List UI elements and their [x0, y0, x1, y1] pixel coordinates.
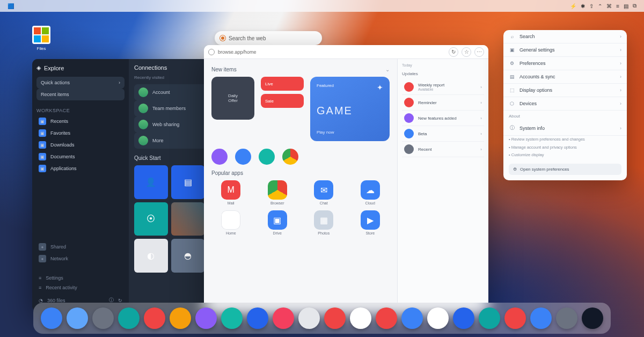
- dock-app-icon[interactable]: [92, 307, 114, 329]
- update-item[interactable]: Beta›: [402, 126, 484, 142]
- app-launcher-item[interactable]: ⌂Home: [211, 210, 251, 235]
- dock-app-icon[interactable]: [118, 307, 140, 329]
- address-bar[interactable]: browse.app/home ↻ ☆ ⋯: [204, 45, 488, 59]
- app-launcher-item[interactable]: ▣Drive: [258, 210, 297, 235]
- dock-app-icon[interactable]: [41, 307, 62, 329]
- dock-app-icon[interactable]: [376, 307, 397, 329]
- status-icon[interactable]: ✱: [581, 3, 585, 9]
- dock-app-icon[interactable]: [221, 307, 243, 329]
- tile[interactable]: ◐: [134, 239, 168, 273]
- chevron-right-icon: ›: [480, 116, 482, 121]
- tile[interactable]: ◓: [171, 239, 205, 273]
- settings-row[interactable]: ▤Accounts & sync›: [503, 70, 627, 84]
- sidebar-pill[interactable]: Recent items: [36, 89, 125, 100]
- promo-card[interactable]: Daily Offer: [211, 77, 254, 120]
- dock-app-icon[interactable]: [298, 307, 320, 329]
- sidebar-item[interactable]: ●Shared: [36, 241, 125, 253]
- chevron-right-icon: ›: [620, 101, 621, 106]
- dock-app-icon[interactable]: [401, 307, 423, 329]
- menu-icon[interactable]: ⋯: [474, 47, 484, 57]
- dock-app-icon[interactable]: [479, 307, 500, 329]
- dock-app-icon[interactable]: [195, 307, 217, 329]
- status-icon[interactable]: ▤: [624, 3, 628, 9]
- status-icon[interactable]: ⌘: [606, 3, 612, 9]
- app-launcher-item[interactable]: ▶Store: [351, 210, 390, 235]
- settings-row[interactable]: ⬚Display options›: [503, 84, 627, 97]
- chevron-down-icon[interactable]: ⌄: [385, 67, 390, 72]
- dock-app-icon[interactable]: [67, 307, 88, 329]
- sidebar-item[interactable]: ▣Downloads: [36, 139, 125, 151]
- settings-row[interactable]: ⌕Search›: [503, 30, 627, 43]
- tile[interactable]: ⦿: [134, 202, 168, 236]
- settings-row[interactable]: ⓘ System info ›: [503, 121, 627, 136]
- settings-row-icon: ▤: [509, 74, 515, 79]
- update-title: Recent: [418, 147, 431, 152]
- category-icon[interactable]: [235, 149, 251, 165]
- sidebar-item[interactable]: ●Network: [36, 253, 125, 265]
- sidebar-item-label: Recent activity: [46, 285, 77, 290]
- bookmark-icon[interactable]: ☆: [462, 47, 471, 57]
- status-icon[interactable]: ≡: [616, 3, 619, 9]
- refresh-icon[interactable]: ↻: [449, 47, 458, 57]
- sidebar-item[interactable]: ▣Documents: [36, 151, 125, 163]
- category-icon[interactable]: [259, 149, 275, 165]
- app-launcher-item[interactable]: ☁Cloud: [351, 180, 390, 205]
- avatar-icon: [138, 87, 148, 97]
- folder-icon: ▣: [39, 153, 46, 160]
- dock-app-icon[interactable]: [273, 307, 294, 329]
- update-item[interactable]: Reminder›: [402, 95, 484, 111]
- settings-panel: ⌕Search›▣General settings›⚙Preferences›▤…: [503, 30, 627, 180]
- list-icon: ≡: [39, 275, 41, 281]
- dock-app-icon[interactable]: [324, 307, 346, 329]
- app-launcher-item[interactable]: ✉Chat: [304, 180, 343, 205]
- app-launcher-item[interactable]: Browser: [258, 180, 297, 205]
- update-item[interactable]: New features added›: [402, 111, 484, 126]
- update-item[interactable]: Recent›: [402, 142, 484, 157]
- sidebar-item[interactable]: ▣Applications: [36, 163, 125, 174]
- settings-row-icon: ⬚: [509, 87, 515, 93]
- promo-button[interactable]: Sale: [261, 94, 304, 108]
- app-launcher-item[interactable]: ▦Photos: [304, 210, 343, 235]
- dock-app-icon[interactable]: [556, 307, 577, 329]
- tile[interactable]: 👤: [134, 165, 168, 199]
- promo-button[interactable]: Live: [261, 77, 304, 91]
- game-title: GAME: [317, 105, 383, 117]
- status-icon[interactable]: ⚡: [570, 3, 576, 9]
- category-icon[interactable]: [282, 149, 298, 165]
- dock-app-icon[interactable]: [427, 307, 449, 329]
- dock-app-icon[interactable]: [504, 307, 526, 329]
- sidebar-item[interactable]: ≡Settings: [36, 273, 125, 283]
- tile[interactable]: ▤: [171, 165, 205, 199]
- sidebar-pill[interactable]: Quick actions›: [36, 77, 125, 89]
- sidebar-item[interactable]: ▣Favorites: [36, 127, 125, 139]
- settings-row[interactable]: ⚙Preferences›: [503, 57, 627, 70]
- featured-game-card[interactable]: Featured✦ GAME Play now: [310, 77, 390, 141]
- desktop-shortcut[interactable]: Files: [30, 26, 53, 51]
- status-icon[interactable]: ⇧: [589, 3, 594, 9]
- dock-app-icon[interactable]: [582, 307, 603, 329]
- category-icon[interactable]: [211, 149, 228, 165]
- dock-app-icon[interactable]: [350, 307, 371, 329]
- dock-app-icon[interactable]: [247, 307, 268, 329]
- settings-row[interactable]: ▣General settings›: [503, 43, 627, 57]
- open-preferences-button[interactable]: ⚙ Open system preferences: [509, 164, 621, 175]
- apple-menu-icon[interactable]: 🟦: [8, 3, 14, 9]
- status-icon[interactable]: ⌃: [598, 3, 602, 9]
- dock-app-icon[interactable]: [530, 307, 552, 329]
- app-label: Home: [226, 231, 236, 235]
- update-item[interactable]: Weekly reportAvailable›: [402, 79, 484, 95]
- sidebar-item[interactable]: ▣Recents: [36, 115, 125, 127]
- tile[interactable]: [171, 202, 205, 236]
- app-launcher-item[interactable]: MMail: [211, 180, 251, 205]
- chevron-right-icon: ›: [119, 80, 120, 85]
- settings-row[interactable]: ⬡Devices›: [503, 97, 627, 111]
- dock-app-icon[interactable]: [144, 307, 165, 329]
- system-menubar: 🟦 ⚡ ✱ ⇧ ⌃ ⌘ ≡ ▤ ⧉: [0, 0, 644, 12]
- sidebar-item[interactable]: ≡Recent activity: [36, 283, 125, 292]
- dock-app-icon[interactable]: [453, 307, 474, 329]
- dock-app-icon[interactable]: [170, 307, 191, 329]
- status-icon[interactable]: ⧉: [633, 3, 636, 9]
- web-search-field[interactable]: Search the web: [215, 31, 322, 45]
- settings-row-label: Search: [519, 34, 535, 39]
- refresh-icon[interactable]: ↻: [118, 298, 122, 303]
